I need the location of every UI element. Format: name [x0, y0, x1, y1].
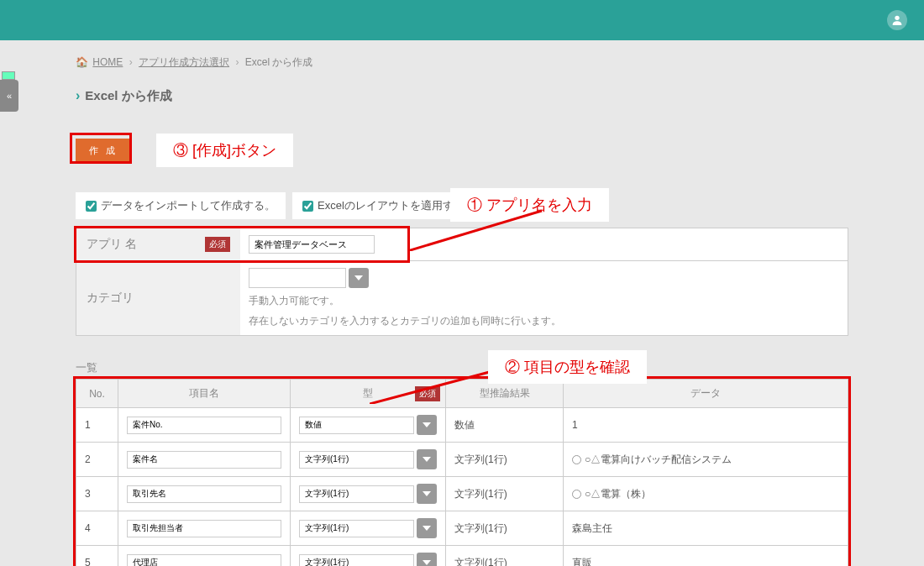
- checkbox-layout-input[interactable]: [302, 201, 313, 212]
- table-row: 5文字列(1行)直販: [76, 546, 848, 567]
- svg-point-0: [895, 16, 899, 20]
- required-badge-type: 必須: [415, 386, 440, 401]
- cell-infer: 文字列(1行): [446, 443, 564, 477]
- home-icon: 🏠: [76, 56, 88, 68]
- cell-no: 5: [76, 546, 118, 567]
- annotation-3: ③ [作成]ボタン: [156, 134, 293, 167]
- item-type-dropdown-button[interactable]: [417, 449, 437, 469]
- item-type-dropdown-button[interactable]: [417, 415, 437, 435]
- cell-no: 3: [76, 477, 118, 511]
- cell-infer: 数値: [446, 408, 564, 443]
- annotation-2: ② 項目の型を確認: [488, 350, 647, 384]
- item-type-input[interactable]: [299, 554, 414, 567]
- item-type-input[interactable]: [299, 417, 414, 434]
- th-no: No.: [76, 380, 118, 408]
- create-button[interactable]: 作 成: [76, 139, 131, 163]
- item-type-input[interactable]: [299, 485, 414, 503]
- annotation-1: ① アプリ名を入力: [450, 188, 609, 222]
- checkbox-import-data[interactable]: データをインポートして作成する。: [76, 192, 286, 219]
- table-row: 3文字列(1行)○△電算（株）: [76, 477, 848, 511]
- category-dropdown-button[interactable]: [349, 268, 369, 288]
- item-type-dropdown-button[interactable]: [417, 553, 437, 566]
- item-name-input[interactable]: [127, 417, 281, 434]
- cell-no: 1: [76, 408, 118, 443]
- checkbox-import-label: データをインポートして作成する。: [101, 198, 276, 213]
- item-name-input[interactable]: [127, 485, 281, 503]
- item-name-input[interactable]: [127, 520, 281, 537]
- cell-infer: 文字列(1行): [446, 511, 564, 546]
- app-name-label: アプリ 名 必須: [76, 228, 240, 260]
- radio-icon: [572, 490, 581, 499]
- checkbox-import-input[interactable]: [86, 201, 97, 212]
- sidebar-collapse-button[interactable]: «: [0, 80, 18, 112]
- th-type: 型 必須: [291, 380, 446, 408]
- cell-no: 4: [76, 511, 118, 546]
- page-title: Excel から作成: [76, 88, 848, 104]
- cell-data: 直販: [564, 546, 848, 567]
- item-type-dropdown-button[interactable]: [417, 518, 437, 538]
- radio-icon: [572, 455, 581, 464]
- category-label: カテゴリ: [76, 261, 240, 335]
- cell-data: ○△電算向けバッチ配信システム: [564, 443, 848, 477]
- table-row: 4文字列(1行)森島主任: [76, 511, 848, 546]
- breadcrumb-current: Excel から作成: [245, 56, 313, 68]
- user-avatar-icon[interactable]: [887, 10, 907, 30]
- breadcrumb: 🏠 HOME › アプリ作成方法選択 › Excel から作成: [76, 55, 848, 70]
- item-name-input[interactable]: [127, 554, 281, 567]
- item-type-dropdown-button[interactable]: [417, 484, 437, 504]
- breadcrumb-home[interactable]: HOME: [92, 56, 123, 68]
- cell-data: 1: [564, 408, 848, 443]
- required-badge: 必須: [205, 237, 230, 252]
- item-name-input[interactable]: [127, 451, 281, 469]
- items-table: No. 項目名 型 必須 型推論結果 データ 1数値12文字列(1行)○△電算向…: [76, 379, 848, 566]
- header-bar: [0, 0, 924, 40]
- item-type-input[interactable]: [299, 451, 414, 469]
- cell-infer: 文字列(1行): [446, 546, 564, 567]
- th-name: 項目名: [118, 380, 291, 408]
- cell-infer: 文字列(1行): [446, 477, 564, 511]
- cell-no: 2: [76, 443, 118, 477]
- cell-data: 森島主任: [564, 511, 848, 546]
- item-type-input[interactable]: [299, 520, 414, 537]
- app-name-input[interactable]: [249, 235, 375, 254]
- category-help-2: 存在しないカテゴリを入力するとカテゴリの追加も同時に行います。: [249, 312, 839, 328]
- list-heading: 一覧: [76, 360, 848, 375]
- category-help-1: 手動入力可能です。: [249, 291, 839, 308]
- table-row: 1数値1: [76, 408, 848, 443]
- breadcrumb-step1[interactable]: アプリ作成方法選択: [139, 56, 229, 68]
- cell-data: ○△電算（株）: [564, 477, 848, 511]
- table-row: 2文字列(1行)○△電算向けバッチ配信システム: [76, 443, 848, 477]
- category-input[interactable]: [249, 268, 346, 288]
